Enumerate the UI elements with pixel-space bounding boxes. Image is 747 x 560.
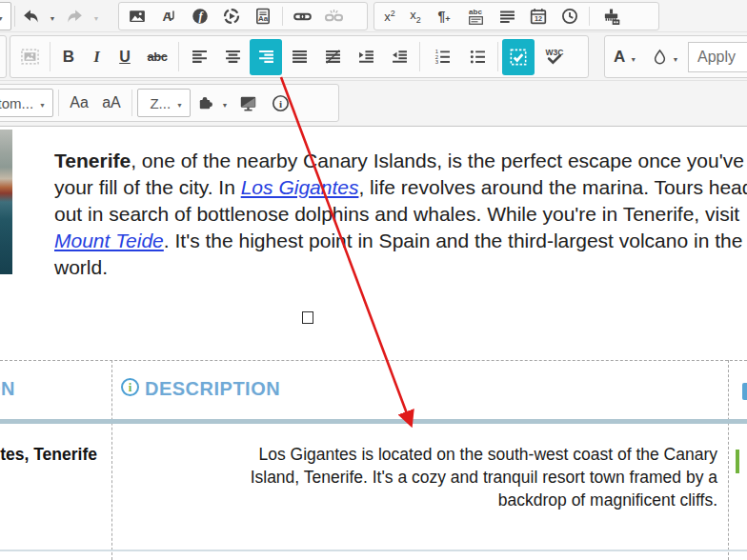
numbered-list-button[interactable]: 123 — [424, 39, 460, 75]
redo-button[interactable] — [62, 4, 87, 29]
strikethrough-button[interactable]: abc — [140, 39, 174, 75]
spell-document-button[interactable]: Aa — [248, 4, 278, 29]
svg-text:i: i — [278, 97, 281, 109]
plugins-button[interactable] — [192, 89, 217, 117]
placeholder-image-button[interactable] — [13, 39, 46, 75]
document-aa-icon: Aa — [254, 8, 272, 25]
align-none-button[interactable] — [316, 39, 349, 75]
flash-button[interactable]: f — [185, 4, 215, 29]
paragraph-text: , one of the nearby Canary Islands, is t… — [131, 150, 747, 171]
calendar-icon: 12 — [530, 8, 547, 25]
chevron-down-icon — [50, 8, 56, 25]
justify-button[interactable] — [283, 39, 315, 75]
chevron-down-icon — [176, 94, 183, 111]
description-cell-text[interactable]: Los Gigantes is located on the south-wes… — [124, 443, 717, 511]
toolbar-separator — [419, 42, 420, 71]
line-spacing-button[interactable] — [492, 4, 522, 29]
outdent-button[interactable] — [383, 39, 415, 75]
inline-link[interactable]: Mount Teide — [54, 230, 164, 251]
superscript-button[interactable]: x2 — [377, 4, 402, 29]
document-editing-area[interactable]: Tenerife, one of the nearby Canary Islan… — [0, 128, 747, 560]
align-center-icon — [225, 49, 241, 65]
styles-combo-value: stom... — [0, 95, 33, 111]
chevron-down-icon — [93, 8, 100, 25]
info-circle-icon: i — [272, 94, 290, 112]
lowercase-button[interactable]: aA — [96, 89, 127, 117]
show-blocks-button[interactable] — [502, 39, 535, 75]
toolbar-separator — [131, 90, 132, 115]
paragraph-line: your fill of the city. In Los Gigantes, … — [54, 174, 747, 201]
underline-button[interactable]: U — [111, 39, 139, 75]
about-button[interactable]: i — [265, 89, 295, 117]
clipped-panel-left — [0, 35, 7, 78]
superscript-label: x2 — [384, 9, 395, 24]
undo-button[interactable] — [18, 4, 43, 29]
chevron-down-icon — [630, 49, 636, 66]
info-letter: i — [129, 380, 132, 395]
abbreviation-button[interactable]: abc — [460, 4, 491, 29]
format-brush-icon — [602, 8, 620, 26]
capitalize-button[interactable]: Aa — [64, 89, 94, 117]
table-header-location[interactable]: LOCATION — [0, 378, 15, 400]
plugins-dropdown-button[interactable] — [219, 89, 231, 117]
toolbar-separator — [50, 42, 50, 71]
align-left-button[interactable] — [183, 39, 215, 75]
preview-button[interactable] — [232, 89, 263, 117]
align-right-button[interactable] — [250, 39, 282, 75]
redo-icon — [66, 8, 84, 26]
redo-dropdown-button[interactable] — [91, 4, 102, 29]
italic-button[interactable]: I — [84, 39, 110, 75]
table-row-divider — [0, 550, 747, 551]
media-embed-button[interactable] — [216, 4, 247, 29]
apply-style-label: Apply — [697, 49, 736, 66]
insert-date-button[interactable]: 12 — [523, 4, 554, 29]
chevron-down-icon — [673, 49, 679, 66]
paragraph-text: your fill of the city. In — [54, 176, 241, 198]
w3c-validate-button[interactable]: W3C — [535, 39, 574, 75]
insert-time-button[interactable] — [555, 4, 585, 29]
subscript-button[interactable]: x2 — [403, 4, 428, 29]
zoom-combo[interactable]: Z... — [137, 89, 191, 117]
inline-link[interactable]: Los Gigantes — [241, 176, 359, 198]
font-color-button[interactable]: A — [608, 39, 642, 75]
info-badge-icon: i — [121, 378, 139, 396]
table-column-divider — [728, 360, 729, 560]
description-line: backdrop of magnificent cliffs. — [124, 489, 717, 511]
clipped-combo-left[interactable] — [0, 2, 11, 30]
anchor-text-icon: A — [160, 8, 177, 25]
table-header-3-sliver — [742, 383, 747, 400]
location-cell[interactable]: Los Gigantes, Tenerife — [0, 445, 97, 465]
underline-label: U — [119, 49, 131, 66]
insert-paragraph-button[interactable]: ¶+ — [429, 4, 459, 29]
screen-icon — [239, 94, 257, 112]
paragraph-text: , life revolves around the marina. Tours… — [358, 176, 747, 198]
chevron-down-icon — [222, 94, 229, 111]
styles-combo[interactable]: stom... — [0, 89, 53, 117]
lowercase-label: aA — [102, 94, 121, 111]
insert-image-button[interactable] — [122, 4, 152, 29]
align-right-icon — [258, 49, 274, 65]
undo-dropdown-button[interactable] — [47, 4, 58, 29]
paragraph-text: Tenerife — [54, 150, 131, 171]
justify-icon — [292, 49, 308, 65]
indent-button[interactable] — [350, 39, 382, 75]
format-brush-button[interactable] — [594, 4, 628, 29]
apply-style-box[interactable]: Apply — [688, 42, 747, 72]
align-center-button[interactable] — [216, 39, 249, 75]
anchor-button[interactable]: A — [153, 4, 184, 29]
link-button[interactable] — [287, 4, 317, 29]
indent-icon — [358, 49, 374, 65]
paragraph-line: Mount Teide. It's the highest point in S… — [54, 228, 747, 254]
toolbar-row-1: A f Aa x2 x2 ¶+ abc — [0, 0, 747, 32]
bulleted-list-button[interactable] — [461, 39, 494, 75]
unlink-button[interactable] — [318, 4, 349, 29]
table-cell-3-sliver — [736, 450, 739, 473]
table-header-description[interactable]: DESCRIPTION — [145, 378, 280, 400]
bold-button[interactable]: B — [54, 39, 83, 75]
subscript-label: x2 — [410, 8, 421, 25]
empty-element-placeholder[interactable] — [302, 311, 313, 324]
link-icon — [293, 8, 312, 26]
description-line: Island, Tenerife. It's a cozy and tranqu… — [124, 466, 717, 489]
bulleted-list-icon — [470, 49, 486, 65]
highlight-color-button[interactable] — [644, 39, 686, 75]
